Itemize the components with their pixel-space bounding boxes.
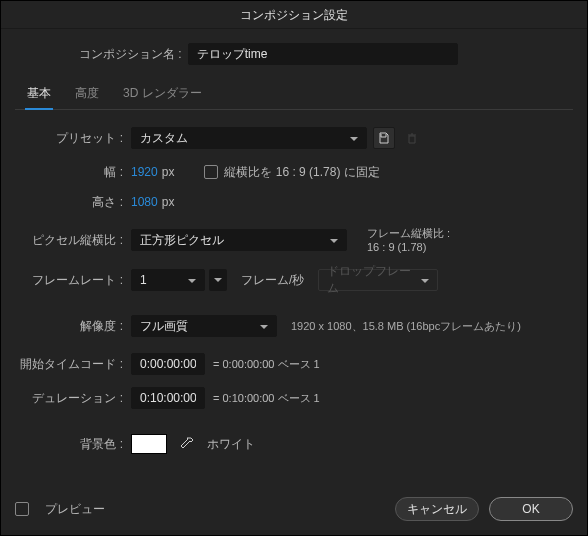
lock-aspect-label: 縦横比を 16 : 9 (1.78) に固定 [224,164,379,181]
par-row: ピクセル縦横比 : 正方形ピクセル フレーム縦横比 : 16 : 9 (1.78… [15,226,563,254]
basic-panel: プリセット : カスタム 幅 : 1920 px [15,126,573,456]
resolution-label: 解像度 : [15,318,131,335]
height-unit: px [162,195,175,209]
duration-label: デュレーション : [15,390,131,407]
start-timecode-eq: = 0:00:00:00 ベース 1 [213,357,320,372]
width-row: 幅 : 1920 px 縦横比を 16 : 9 (1.78) に固定 [15,160,563,184]
dropframe-value: ドロップフレーム [327,263,413,297]
duration-eq: = 0:10:00:00 ベース 1 [213,391,320,406]
start-timecode-field[interactable] [131,353,205,375]
height-value[interactable]: 1080 [131,195,158,209]
frame-aspect-label: フレーム縦横比 : [367,226,450,240]
cancel-button[interactable]: キャンセル [395,497,479,521]
par-select[interactable]: 正方形ピクセル [131,229,347,251]
fps-label: フレームレート : [15,272,131,289]
ok-button[interactable]: OK [489,497,573,521]
fps-value: 1 [140,273,147,287]
lock-aspect-checkbox[interactable] [204,165,218,179]
tab-basic[interactable]: 基本 [25,79,53,110]
bgcolor-swatch[interactable] [131,434,167,454]
resolution-select[interactable]: フル画質 [131,315,277,337]
bgcolor-name: ホワイト [207,436,255,453]
preview-label: プレビュー [45,501,105,518]
resolution-value: フル画質 [140,318,188,335]
dropframe-select: ドロップフレーム [318,269,438,291]
cancel-label: キャンセル [407,501,467,518]
fps-dropdown[interactable] [209,269,227,291]
width-unit: px [162,165,175,179]
start-timecode-row: 開始タイムコード : = 0:00:00:00 ベース 1 [15,352,563,376]
dialog-footer: プレビュー キャンセル OK [1,487,587,535]
preset-value: カスタム [140,130,188,147]
dialog-title: コンポジション設定 [1,1,587,29]
fps-unit: フレーム/秒 [241,272,304,289]
width-value[interactable]: 1920 [131,165,158,179]
height-row: 高さ : 1080 px [15,190,563,214]
comp-name-row: コンポジション名 : [15,43,573,65]
eyedropper-button[interactable] [177,434,197,454]
height-label: 高さ : [15,194,131,211]
par-label: ピクセル縦横比 : [15,232,131,249]
preset-label: プリセット : [15,130,131,147]
resolution-info: 1920 x 1080、15.8 MB (16bpcフレームあたり) [291,319,521,334]
start-timecode-label: 開始タイムコード : [15,356,131,373]
save-preset-button[interactable] [373,127,395,149]
preset-select[interactable]: カスタム [131,127,367,149]
tabs: 基本 高度 3D レンダラー [15,79,573,110]
preset-row: プリセット : カスタム [15,126,563,150]
fps-input[interactable]: 1 [131,269,205,291]
bgcolor-label: 背景色 : [15,436,131,453]
width-label: 幅 : [15,164,131,181]
composition-settings-dialog: コンポジション設定 コンポジション名 : 基本 高度 3D レンダラー プリセッ… [0,0,588,536]
frame-aspect-value: 16 : 9 (1.78) [367,240,450,254]
tab-advanced[interactable]: 高度 [73,79,101,110]
dialog-content: コンポジション名 : 基本 高度 3D レンダラー プリセット : カスタム [1,29,587,487]
duration-row: デュレーション : = 0:10:00:00 ベース 1 [15,386,563,410]
comp-name-label: コンポジション名 : [79,46,182,63]
preview-checkbox[interactable] [15,502,29,516]
comp-name-field[interactable] [188,43,458,65]
tab-3d-renderer[interactable]: 3D レンダラー [121,79,204,110]
bgcolor-row: 背景色 : ホワイト [15,432,563,456]
delete-preset-button [401,127,423,149]
ok-label: OK [522,502,539,516]
frame-aspect: フレーム縦横比 : 16 : 9 (1.78) [367,226,450,254]
resolution-row: 解像度 : フル画質 1920 x 1080、15.8 MB (16bpcフレー… [15,314,563,338]
fps-row: フレームレート : 1 フレーム/秒 ドロップフレーム [15,268,563,292]
duration-field[interactable] [131,387,205,409]
par-value: 正方形ピクセル [140,232,224,249]
